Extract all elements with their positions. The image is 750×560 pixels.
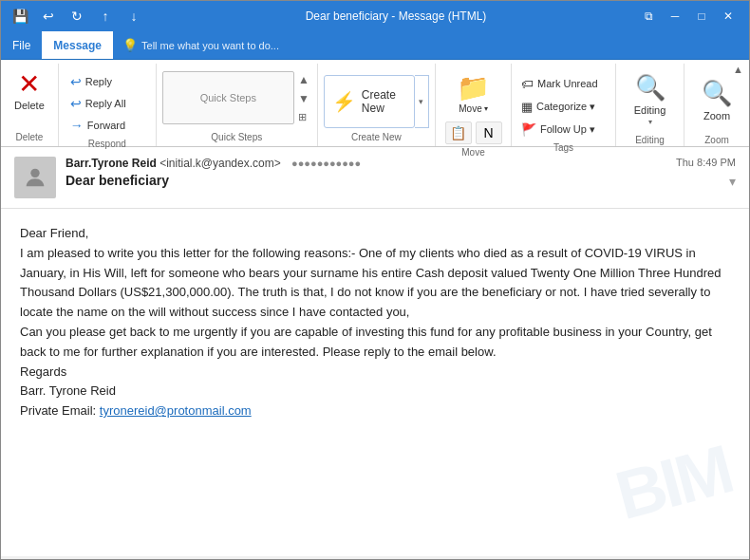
menu-bar: File Message 💡 Tell me what you want to … bbox=[1, 31, 749, 60]
title-bar: 💾 ↩ ↻ ↑ ↓ Dear beneficiary - Message (HT… bbox=[1, 1, 749, 31]
maximize-button[interactable]: □ bbox=[688, 3, 715, 29]
move-button[interactable]: 📁 Move ▾ bbox=[449, 71, 497, 118]
tags-group-label: Tags bbox=[512, 140, 615, 157]
ribbon-group-editing: 🔍 Editing ▾ Editing bbox=[616, 64, 684, 146]
ribbon-collapse-button[interactable]: ▲ bbox=[733, 64, 743, 75]
delete-group-label: Delete bbox=[1, 129, 58, 146]
email-to: ●●●●●●●●●●● bbox=[291, 158, 361, 169]
tags-buttons: 🏷 Mark Unread ▦ Categorize ▾ 🚩 Follow Up… bbox=[517, 67, 602, 140]
watermark: BIM bbox=[604, 415, 742, 550]
move-group-label: Move bbox=[436, 144, 511, 161]
upload-icon[interactable]: ↑ bbox=[94, 5, 117, 28]
email-meta: Barr.Tyrone Reid <initial.k@yandex.com> … bbox=[66, 157, 657, 188]
header-right: Thu 8:49 PM ▾ bbox=[666, 157, 736, 189]
redo-icon[interactable]: ↻ bbox=[66, 5, 88, 28]
body-private-email: Private Email: tyronereid@protonmail.com bbox=[20, 401, 730, 421]
ribbon-group-createnew: ⚡ Create New ▾ Create New bbox=[318, 64, 436, 146]
reply-all-button[interactable]: ↩ Reply All bbox=[65, 93, 150, 114]
reply-button[interactable]: ↩ Reply bbox=[65, 71, 150, 92]
email-body: Dear Friend, I am pleased to write you t… bbox=[1, 209, 749, 556]
move-onenote-icon[interactable]: N bbox=[476, 121, 502, 144]
body-line-1: Dear Friend, bbox=[20, 224, 730, 244]
quicksteps-collapse-icon[interactable]: ▼ bbox=[296, 90, 311, 107]
ribbon-group-respond: ↩ Reply ↩ Reply All → Forward Respond bbox=[59, 64, 157, 146]
ribbon-group-tags: 🏷 Mark Unread ▦ Categorize ▾ 🚩 Follow Up… bbox=[512, 64, 616, 146]
quicksteps-group-label: Quick Steps bbox=[157, 129, 317, 146]
body-line-2: I am pleased to write you this letter fo… bbox=[20, 244, 730, 323]
delete-button[interactable]: ✕ Delete bbox=[9, 67, 50, 115]
follow-up-button[interactable]: 🚩 Follow Up ▾ bbox=[517, 119, 602, 140]
close-button[interactable]: ✕ bbox=[715, 3, 741, 29]
restore-button[interactable]: ⧉ bbox=[635, 3, 662, 29]
email-header: Barr.Tyrone Reid <initial.k@yandex.com> … bbox=[1, 147, 749, 209]
create-new-button[interactable]: ⚡ Create New bbox=[324, 75, 415, 128]
minimize-button[interactable]: ─ bbox=[662, 3, 688, 29]
sender-name: Barr.Tyrone Reid bbox=[66, 157, 157, 170]
avatar bbox=[14, 157, 56, 198]
quicksteps-more-icon[interactable]: ⊞ bbox=[296, 109, 311, 125]
editing-button[interactable]: 🔍 Editing ▾ bbox=[627, 67, 674, 132]
categorize-button[interactable]: ▦ Categorize ▾ bbox=[517, 96, 602, 117]
ribbon: ✕ Delete Delete ↩ Reply ↩ Reply All → Fo… bbox=[1, 60, 749, 147]
zoom-button[interactable]: 🔍 Zoom bbox=[693, 67, 741, 132]
undo-icon[interactable]: ↩ bbox=[37, 5, 60, 28]
email-from-line: Barr.Tyrone Reid <initial.k@yandex.com> … bbox=[66, 157, 657, 170]
ribbon-group-delete: ✕ Delete Delete bbox=[1, 64, 59, 146]
email-link[interactable]: tyronereid@protonmail.com bbox=[100, 403, 252, 418]
zoom-group-label: Zoom bbox=[684, 132, 749, 149]
quicksteps-expand-icon[interactable]: ▲ bbox=[296, 71, 311, 88]
body-name: Barr. Tyrone Reid bbox=[20, 382, 730, 401]
body-regards: Regards bbox=[20, 363, 730, 383]
sender-email: <initial.k@yandex.com> bbox=[159, 157, 281, 170]
email-date: Thu 8:49 PM bbox=[676, 157, 736, 168]
createnew-group-label: Create New bbox=[318, 129, 435, 146]
menu-message[interactable]: Message bbox=[42, 31, 113, 59]
move-rules-icon[interactable]: 📋 bbox=[445, 121, 472, 144]
expand-button[interactable]: ▾ bbox=[729, 174, 736, 189]
title-bar-left-controls: 💾 ↩ ↻ ↑ ↓ bbox=[9, 5, 145, 28]
menu-tell[interactable]: 💡 Tell me what you want to do... bbox=[113, 31, 289, 59]
mark-unread-button[interactable]: 🏷 Mark Unread bbox=[517, 73, 602, 94]
editing-group-label: Editing bbox=[616, 132, 684, 149]
download-icon[interactable]: ↓ bbox=[122, 5, 145, 28]
svg-point-0 bbox=[30, 169, 39, 177]
save-icon[interactable]: 💾 bbox=[9, 5, 31, 28]
ribbon-group-move: 📁 Move ▾ 📋 N Move bbox=[436, 64, 512, 146]
email-subject: Dear beneficiary bbox=[66, 173, 657, 188]
ribbon-group-quicksteps: Quick Steps ▲ ▼ ⊞ Quick Steps bbox=[157, 64, 318, 146]
window-title: Dear beneficiary - Message (HTML) bbox=[157, 9, 635, 23]
ribbon-group-zoom: 🔍 Zoom Zoom bbox=[684, 64, 749, 146]
create-new-dropdown[interactable]: ▾ bbox=[415, 75, 429, 128]
person-icon bbox=[22, 164, 48, 191]
respond-buttons: ↩ Reply ↩ Reply All → Forward bbox=[65, 67, 150, 136]
respond-group-label: Respond bbox=[59, 136, 156, 153]
title-bar-right-controls: ⧉ ─ □ ✕ bbox=[635, 3, 741, 29]
body-line-3: Can you please get back to me urgently i… bbox=[20, 323, 730, 363]
forward-button[interactable]: → Forward bbox=[65, 115, 150, 136]
menu-file[interactable]: File bbox=[1, 31, 42, 59]
quick-steps-box[interactable]: Quick Steps bbox=[162, 71, 294, 124]
